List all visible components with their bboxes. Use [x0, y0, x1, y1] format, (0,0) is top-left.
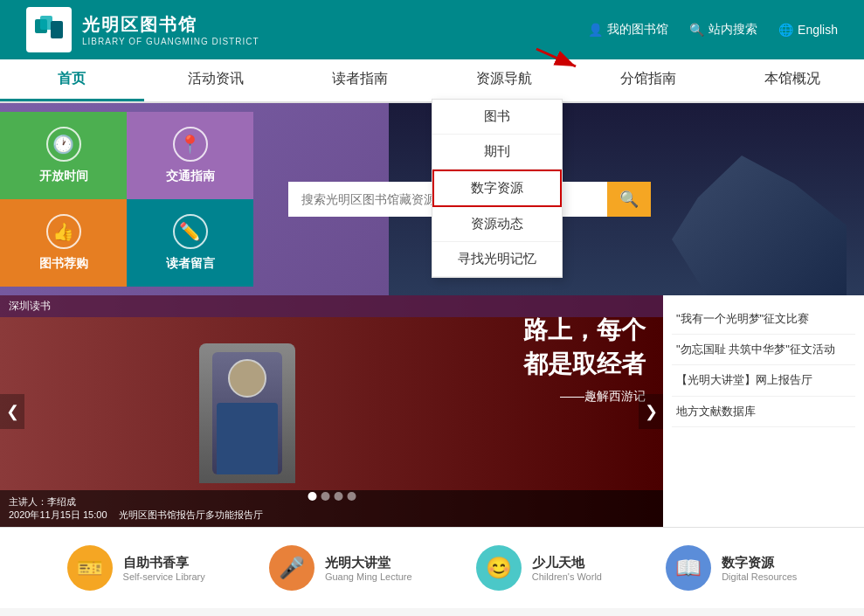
slide-person-image — [199, 343, 295, 483]
language-btn[interactable]: 🌐 English — [778, 23, 838, 37]
site-search-btn[interactable]: 🔍 站内搜索 — [689, 22, 757, 38]
search-button[interactable]: 🔍 — [607, 182, 651, 217]
quick-link-traffic[interactable]: 📍 交通指南 — [127, 112, 253, 199]
resources-dropdown: 图书 期刊 数字资源 资源动态 寻找光明记忆 — [432, 99, 563, 278]
header: 光明区图书馆 LIBRARY OF GUANGMING DISTRICT 👤 我… — [0, 0, 864, 59]
news-title-0: "我有一个光明梦"征文比赛 — [676, 311, 851, 327]
svg-rect-2 — [51, 21, 63, 38]
news-title-1: "勿忘国耻 共筑中华梦"征文活动 — [676, 342, 851, 357]
logo-main-title: 光明区图书馆 — [82, 13, 259, 37]
main-content: 深圳读书 路上，每个 都是取经者 ——趣解西游记 主讲人：李绍成 2020年 — [0, 295, 864, 527]
search-btn-icon: 🔍 — [619, 190, 639, 209]
user-icon: 👤 — [588, 23, 603, 37]
digital-icon: 📖 — [666, 545, 711, 591]
slide-sub-text: ——趣解西游记 — [523, 386, 646, 405]
children-icon: 😊 — [476, 545, 522, 591]
nav-item-home[interactable]: 首页 — [0, 59, 144, 101]
nav-bar: 首页 活动资讯 读者指南 资源导航 图书 期刊 数字资源 资源动态 寻找光明记忆 — [0, 59, 864, 103]
dropdown-item-journals[interactable]: 期刊 — [432, 135, 562, 170]
red-arrow-indicator — [528, 42, 598, 80]
logo-icon — [26, 7, 72, 52]
bottom-icon-children[interactable]: 😊 少儿天地 Children's World — [476, 545, 602, 591]
quick-link-reader-message[interactable]: ✏️ 读者留言 — [127, 199, 253, 287]
logo-area: 光明区图书馆 LIBRARY OF GUANGMING DISTRICT — [26, 7, 259, 52]
logo-text: 光明区图书馆 LIBRARY OF GUANGMING DISTRICT — [82, 13, 259, 46]
dropdown-item-books[interactable]: 图书 — [432, 100, 562, 135]
quick-link-book-recommend[interactable]: 👍 图书荐购 — [0, 199, 127, 287]
children-text: 少儿天地 Children's World — [532, 555, 602, 582]
quick-links: 🕐 开放时间 📍 交通指南 👍 图书荐购 ✏️ 读者留言 — [0, 112, 253, 287]
nav-item-resources[interactable]: 资源导航 图书 期刊 数字资源 资源动态 寻找光明记忆 — [432, 59, 576, 101]
globe-icon: 🌐 — [778, 23, 793, 37]
news-item-1[interactable]: "勿忘国耻 共筑中华梦"征文活动 — [672, 335, 855, 365]
slide-big-text: 路上，每个 都是取经者 — [523, 313, 646, 381]
slide-text-area: 路上，每个 都是取经者 ——趣解西游记 — [523, 313, 646, 406]
slide-dot-2[interactable] — [321, 492, 329, 501]
bottom-icon-digital[interactable]: 📖 数字资源 Digital Resources — [666, 545, 797, 591]
nav-item-about[interactable]: 本馆概况 — [720, 59, 864, 101]
slide-dots — [308, 492, 356, 501]
self-service-text: 自助书香享 Self-service Library — [123, 555, 205, 582]
news-item-2[interactable]: 【光明大讲堂】网上报告厅 — [672, 365, 855, 396]
svg-rect-1 — [40, 16, 52, 30]
news-title-2: 【光明大讲堂】网上报告厅 — [676, 372, 851, 388]
svg-line-4 — [536, 49, 576, 66]
slide-dot-3[interactable] — [334, 492, 342, 501]
slider-area: 深圳读书 路上，每个 都是取经者 ——趣解西游记 主讲人：李绍成 2020年 — [0, 295, 663, 527]
bottom-icons: 🎫 自助书香享 Self-service Library 🎤 光明大讲堂 Gua… — [0, 527, 864, 608]
news-item-3[interactable]: 地方文献数据库 — [672, 397, 855, 427]
clock-icon: 🕐 — [46, 127, 81, 162]
bottom-icon-self-service[interactable]: 🎫 自助书香享 Self-service Library — [67, 545, 205, 591]
news-item-0[interactable]: "我有一个光明梦"征文比赛 — [672, 304, 855, 335]
slide-prev-btn[interactable]: ❮ — [0, 394, 24, 429]
logo-sub-title: LIBRARY OF GUANGMING DISTRICT — [82, 37, 259, 46]
dropdown-item-resource-news[interactable]: 资源动态 — [432, 207, 562, 242]
digital-text: 数字资源 Digital Resources — [722, 555, 797, 582]
search-icon: 🔍 — [689, 23, 704, 37]
nav-item-activities[interactable]: 活动资讯 — [144, 59, 288, 101]
slide-info: 2020年11月15日 15:00 光明区图书馆报告厅多功能报告厅 — [9, 509, 654, 522]
header-right: 👤 我的图书馆 🔍 站内搜索 🌐 English — [588, 22, 838, 38]
slide-dot-1[interactable] — [308, 492, 316, 501]
news-title-3: 地方文献数据库 — [676, 404, 851, 419]
slide-dot-4[interactable] — [347, 492, 356, 501]
slide-content: 深圳读书 路上，每个 都是取经者 ——趣解西游记 主讲人：李绍成 2020年 — [0, 295, 663, 527]
slide-next-btn[interactable]: ❯ — [639, 394, 663, 429]
pencil-icon: ✏️ — [173, 214, 208, 249]
my-library-btn[interactable]: 👤 我的图书馆 — [588, 22, 668, 38]
lecture-text: 光明大讲堂 Guang Ming Lecture — [325, 555, 412, 582]
self-service-icon: 🎫 — [67, 545, 113, 591]
dropdown-item-memory[interactable]: 寻找光明记忆 — [432, 242, 562, 277]
nav-item-reader-guide[interactable]: 读者指南 — [288, 59, 432, 101]
quick-link-open-time[interactable]: 🕐 开放时间 — [0, 112, 127, 199]
thumbsup-icon: 👍 — [46, 214, 81, 249]
news-sidebar: "我有一个光明梦"征文比赛 "勿忘国耻 共筑中华梦"征文活动 【光明大讲堂】网上… — [663, 295, 864, 527]
dropdown-item-digital[interactable]: 数字资源 — [432, 170, 562, 207]
location-icon: 📍 — [173, 127, 208, 162]
bottom-icon-lecture[interactable]: 🎤 光明大讲堂 Guang Ming Lecture — [269, 545, 412, 591]
lecture-icon: 🎤 — [269, 545, 314, 591]
